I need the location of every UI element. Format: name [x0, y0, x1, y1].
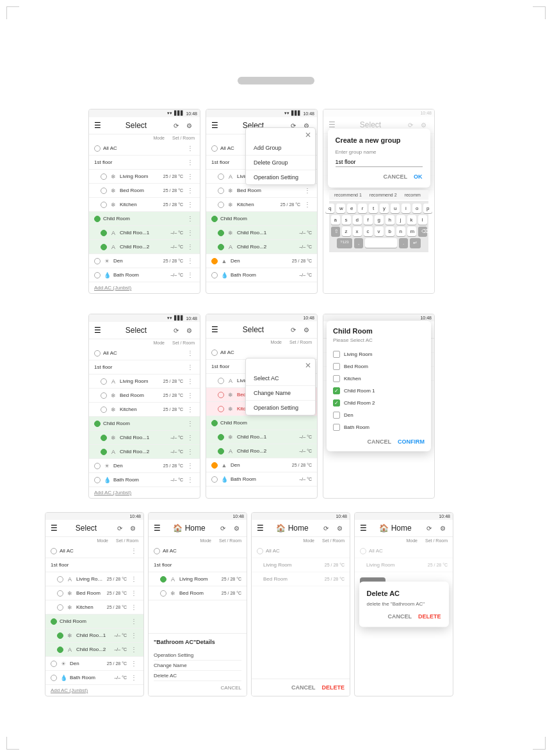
checkbox-bed-room[interactable]: Bed Room: [333, 360, 425, 373]
list-item[interactable]: A Living Room 25 / 28 °C: [149, 572, 247, 586]
key-d[interactable]: d: [353, 215, 362, 225]
settings-icon[interactable]: ⚙: [128, 523, 138, 533]
radio-btn[interactable]: [94, 477, 101, 483]
radio-btn[interactable]: [101, 230, 107, 236]
add-link[interactable]: Add AC (Junbst): [89, 487, 200, 498]
checkbox[interactable]: ✓: [333, 399, 340, 406]
group-header-selected[interactable]: Child Room: [206, 416, 317, 430]
radio-btn[interactable]: [160, 590, 166, 597]
radio-btn[interactable]: [57, 604, 63, 611]
list-item[interactable]: All AC ⋮: [45, 544, 143, 558]
checkbox-child-room-1[interactable]: ✓ Child Room 1: [333, 385, 425, 397]
operation-setting-item[interactable]: Operation Setting: [246, 170, 315, 184]
operation-setting-item[interactable]: Operation Setting: [246, 401, 315, 415]
more-icon[interactable]: ⋮: [186, 476, 195, 483]
more-icon[interactable]: ⋮: [129, 604, 138, 611]
radio-btn[interactable]: [218, 406, 224, 412]
radio-btn[interactable]: [57, 647, 63, 653]
radio-btn[interactable]: [94, 216, 101, 222]
more-icon[interactable]: ⋮: [186, 215, 195, 222]
checkbox[interactable]: [333, 375, 340, 382]
cancel-button[interactable]: CANCEL: [368, 438, 392, 445]
cancel-button[interactable]: CANCEL: [291, 684, 316, 691]
radio-btn[interactable]: [160, 576, 166, 583]
key-comma[interactable]: ,: [354, 238, 363, 248]
radio-btn[interactable]: [51, 675, 57, 681]
radio-btn[interactable]: [94, 463, 101, 469]
list-item[interactable]: ☀ Den 25 / 28 °C ⋮: [45, 657, 143, 671]
radio-btn[interactable]: [218, 434, 224, 440]
key-o[interactable]: o: [412, 204, 421, 213]
radio-btn[interactable]: [57, 576, 63, 583]
list-item-selected[interactable]: A Child Roo...2 –/– °C ⋮: [45, 643, 143, 657]
checkbox-kitchen[interactable]: Kitchen: [333, 373, 425, 385]
list-item-selected[interactable]: A Child Roo...1 –/– °C ⋮: [89, 226, 200, 240]
list-item[interactable]: 💧 Bath Room –/– °C: [206, 268, 317, 282]
settings-icon[interactable]: ⚙: [334, 523, 345, 533]
key-i[interactable]: i: [402, 204, 410, 213]
group-name-input[interactable]: [336, 157, 423, 167]
list-item[interactable]: ❄ Living Room 25 / 28 °C ⋮: [89, 170, 200, 184]
menu-icon[interactable]: ☰: [211, 121, 218, 130]
radio-btn[interactable]: [94, 421, 101, 427]
checkbox-living-room[interactable]: Living Room: [333, 348, 425, 360]
menu-icon[interactable]: ☰: [360, 524, 367, 533]
checkbox[interactable]: [333, 351, 340, 358]
list-item[interactable]: All AC ⋮: [89, 346, 200, 360]
add-link[interactable]: Add AC (Junbst): [45, 685, 143, 696]
radio-btn[interactable]: [211, 258, 218, 264]
menu-icon[interactable]: ☰: [94, 121, 101, 130]
radio-btn[interactable]: [101, 378, 107, 385]
list-item-selected[interactable]: A Child Roo...2 –/– °C ⋮: [89, 240, 200, 254]
more-icon[interactable]: ⋮: [129, 618, 138, 625]
menu-icon[interactable]: ☰: [51, 524, 58, 533]
more-icon[interactable]: ⋮: [129, 547, 138, 554]
key-u[interactable]: u: [391, 204, 400, 213]
key-k[interactable]: k: [407, 215, 416, 225]
key-space[interactable]: [365, 238, 397, 248]
key-s[interactable]: s: [342, 215, 351, 225]
key-backspace[interactable]: ⌫: [418, 227, 427, 236]
radio-btn[interactable]: [218, 244, 224, 250]
operation-setting-item[interactable]: Operation Setting: [154, 650, 241, 661]
checkbox-child-room-2[interactable]: ✓ Child Room 2: [333, 397, 425, 409]
refresh-icon[interactable]: ⟳: [171, 325, 181, 335]
cancel-button[interactable]: CANCEL: [387, 613, 412, 620]
key-g[interactable]: g: [375, 215, 384, 225]
list-item[interactable]: 💧 Bath Room –/– °C ⋮: [89, 268, 200, 282]
menu-icon[interactable]: ☰: [257, 524, 264, 533]
radio-btn[interactable]: [211, 420, 218, 426]
more-icon[interactable]: ⋮: [186, 271, 195, 278]
list-item[interactable]: 💧 Bath Room –/– °C ⋮: [89, 473, 200, 487]
key-period[interactable]: .: [399, 238, 408, 248]
radio-btn[interactable]: [218, 188, 224, 194]
radio-btn[interactable]: [101, 202, 107, 208]
radio-btn[interactable]: [51, 548, 57, 554]
settings-icon[interactable]: ⚙: [184, 120, 195, 131]
radio-btn[interactable]: [94, 145, 101, 152]
more-icon[interactable]: ⋮: [129, 646, 138, 653]
key-r[interactable]: r: [358, 204, 367, 213]
group-header[interactable]: 1st floor: [149, 558, 247, 572]
key-y[interactable]: y: [380, 204, 389, 213]
radio-btn[interactable]: [57, 632, 63, 639]
refresh-icon[interactable]: ⟳: [115, 523, 125, 533]
key-a[interactable]: a: [331, 215, 340, 225]
list-item[interactable]: All AC: [149, 544, 247, 558]
radio-btn[interactable]: [218, 448, 224, 454]
delete-group-item[interactable]: Delete Group: [246, 156, 315, 170]
close-btn[interactable]: ✕: [305, 131, 311, 140]
list-item[interactable]: ▲ Den 25 / 28 °C: [206, 458, 317, 472]
group-header[interactable]: 1st floor ⋮: [89, 156, 200, 170]
more-icon[interactable]: ⋮: [186, 406, 195, 413]
confirm-button[interactable]: CONFIRM: [398, 438, 425, 445]
radio-btn[interactable]: [94, 350, 101, 357]
more-icon[interactable]: ⋮: [186, 462, 195, 469]
list-item[interactable]: ❄ Kitchen 25 / 28 °C ⋮: [206, 198, 317, 212]
key-f[interactable]: f: [364, 215, 373, 225]
radio-btn[interactable]: [101, 406, 107, 413]
recommend-3[interactable]: recomm: [402, 192, 423, 198]
radio-btn[interactable]: [101, 173, 107, 180]
group-header-selected[interactable]: Child Room ⋮: [45, 615, 143, 629]
delete-button[interactable]: DELETE: [418, 613, 441, 620]
